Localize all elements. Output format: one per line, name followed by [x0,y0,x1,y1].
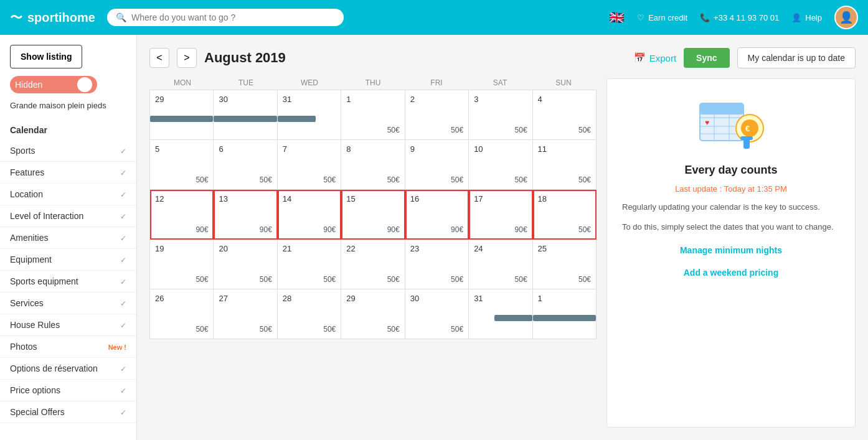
cal-date: 8 [346,144,351,154]
calendar-cell[interactable]: 2350€ [405,240,469,289]
next-month-button[interactable]: > [177,48,197,68]
calendar-cell[interactable]: 950€ [405,140,469,190]
cal-price: 50€ [387,176,400,184]
hidden-toggle[interactable]: Hidden [10,76,126,93]
calendar-cell[interactable]: 2150€ [278,240,341,289]
cal-date: 30 [219,95,227,104]
calendar-cell[interactable]: 1850€ [533,190,597,240]
calendar-cell[interactable]: 750€ [278,140,341,190]
main-content: < > August 2019 📅 Export Sync My calenda… [137,35,868,440]
up-to-date-button[interactable]: My calendar is up to date [737,47,856,68]
day-label: FRI [405,78,468,87]
avatar[interactable]: 👤 [834,6,858,29]
calendar-cell[interactable]: 2650€ [150,289,214,339]
calendar-cell[interactable]: 450€ [533,90,597,140]
calendar-cell[interactable]: 2450€ [469,240,532,289]
calendar-cell[interactable]: 2750€ [214,289,277,339]
calendar-cell[interactable]: 2250€ [341,240,405,289]
calendar-cell[interactable]: 1590€ [341,190,405,240]
search-icon: 🔍 [116,12,126,22]
calendar-cell[interactable]: 3050€ [405,289,469,339]
calendar-icon: 📅 [634,52,646,63]
calendar-cell[interactable]: 550€ [150,140,214,190]
search-input[interactable] [131,12,335,22]
calendar-cell[interactable]: 1950€ [150,240,214,289]
svg-rect-1 [700,103,743,115]
help-label: Help [805,13,822,22]
check-icon: ✓ [120,169,126,177]
calendar-cell[interactable]: 1790€ [469,190,532,240]
calendar-cell[interactable]: 1 [533,289,597,339]
calendar-cell[interactable]: 850€ [341,140,405,190]
check-icon: ✓ [120,234,126,243]
sidebar-item[interactable]: Location ✓ [0,184,136,205]
flag-icon[interactable]: 🇬🇧 [609,10,625,25]
calendar-cell[interactable]: 29 [150,90,214,140]
calendar-cell[interactable]: 1490€ [278,190,341,240]
cal-price: 50€ [578,225,591,234]
calendar-cell[interactable]: 650€ [214,140,277,190]
add-weekend-pricing-link[interactable]: Add a weekend pricing [684,268,778,278]
cal-date: 19 [155,244,164,253]
show-listing-button[interactable]: Show listing [10,45,82,68]
sidebar-item[interactable]: Special Offers ✓ [0,401,136,423]
cal-date: 24 [474,244,483,253]
check-icon: ✓ [120,386,126,395]
calendar-cell[interactable]: 2950€ [341,289,405,339]
cal-date: 14 [283,194,291,204]
sidebar-item[interactable]: Features ✓ [0,162,136,184]
cal-price: 50€ [387,325,400,334]
calendar-cell[interactable]: 2050€ [214,240,277,289]
calendar-cell[interactable]: 350€ [469,90,532,140]
calendar-cell[interactable]: 2850€ [278,289,341,339]
calendar-cell[interactable]: 30 [214,90,277,140]
calendar-cell[interactable]: 31 [469,289,532,339]
sidebar-item-label: Location [10,189,43,199]
calendar-cell[interactable]: 31 [278,90,341,140]
manage-min-nights-link[interactable]: Manage minimum nights [680,245,782,255]
cal-price: 50€ [260,176,272,184]
sidebar-item-label: Sports [10,146,35,156]
help-action[interactable]: 👤 Help [791,13,822,22]
sidebar-item[interactable]: Photos New ! [0,336,136,358]
calendar-cell[interactable]: 1290€ [150,190,214,240]
prev-month-button[interactable]: < [149,48,169,68]
check-icon: ✓ [120,256,126,264]
search-bar[interactable]: 🔍 [107,9,344,26]
cal-price: 50€ [578,126,591,134]
calendar-cell[interactable]: 1150€ [533,140,597,190]
phone-number: +33 4 11 93 70 01 [714,13,779,22]
phone-action[interactable]: 📞 +33 4 11 93 70 01 [700,13,779,22]
cal-price: 50€ [196,325,208,334]
calendar-cell[interactable]: 1050€ [469,140,532,190]
logo[interactable]: 〜 sportihome [10,9,97,26]
toggle-pill[interactable]: Hidden [10,76,97,93]
sync-button[interactable]: Sync [684,48,729,68]
earn-credit-label: Earn credit [648,13,687,22]
sidebar-item[interactable]: Sports ✓ [0,140,136,162]
calendar-cell[interactable]: 1690€ [405,190,469,240]
sidebar: Show listing Hidden Grande maison plein … [0,35,137,440]
cal-price: 50€ [451,325,463,334]
calendar-cell[interactable]: 250€ [405,90,469,140]
booking-bar [494,315,532,321]
calendar-cell[interactable]: 2550€ [533,240,597,289]
cal-price: 50€ [323,176,336,184]
cal-date: 16 [410,194,419,204]
export-button[interactable]: 📅 Export [634,52,676,63]
calendar-wrap: MONTUEWEDTHUFRISATSUN 293031150€250€350€… [149,78,597,428]
sidebar-item[interactable]: Equipment ✓ [0,249,136,271]
calendar-illustration: ♥ € [694,94,768,156]
sidebar-item[interactable]: Services ✓ [0,293,136,314]
sidebar-item[interactable]: Level of Interaction ✓ [0,205,136,227]
calendar-grid[interactable]: 293031150€250€350€450€550€650€750€850€95… [149,90,597,339]
sidebar-item[interactable]: House Rules ✓ [0,314,136,336]
earn-credit-action[interactable]: ♡ Earn credit [637,13,687,22]
sidebar-item[interactable]: Sports equipment ✓ [0,271,136,293]
cal-price: 50€ [578,176,591,184]
calendar-cell[interactable]: 150€ [341,90,405,140]
sidebar-item[interactable]: Amenities ✓ [0,227,136,249]
sidebar-item[interactable]: Price options ✓ [0,380,136,401]
calendar-cell[interactable]: 1390€ [214,190,277,240]
sidebar-item[interactable]: Options de réservation ✓ [0,358,136,380]
